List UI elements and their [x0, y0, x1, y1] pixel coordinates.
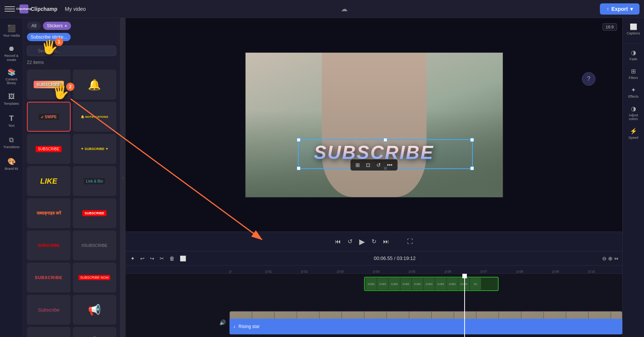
- rewind-button[interactable]: ↺: [348, 238, 352, 245]
- handle-top-mid[interactable]: [383, 138, 387, 142]
- sticker-thumb: SUBS: [435, 278, 446, 290]
- more-options-button[interactable]: •••: [385, 161, 394, 169]
- list-item[interactable]: ✦ SUBSCRIBE ✦: [73, 134, 117, 164]
- sidebar-item-text[interactable]: T Text: [1, 111, 22, 131]
- ruler-mark: 0:04: [373, 270, 409, 273]
- sidebar-item-captions[interactable]: ⬜ Captions: [624, 21, 643, 37]
- sidebar-item-content-library[interactable]: 📚 Content library: [1, 66, 22, 88]
- list-item[interactable]: 🔔 NOTIFICATIONS: [73, 102, 117, 132]
- question-mark-icon: ?: [587, 76, 591, 82]
- cloud-icon: ☁: [341, 5, 348, 13]
- list-item[interactable]: SUBSCRIBE: [27, 134, 71, 164]
- list-item[interactable]: 📢: [73, 295, 117, 325]
- skip-forward-button[interactable]: ⏭: [383, 238, 389, 245]
- sticker-thumb: SUBS: [366, 278, 377, 290]
- add-clip-tool[interactable]: ✦: [129, 254, 136, 263]
- timeline-area: ✦ ↩ ↪ ✂ 🗑 ⬜ 00:06.55 / 03:19:12 ⊖ ⊕ ⇔ 0 …: [126, 251, 622, 337]
- list-item[interactable]: SUBSCRIBE: [73, 198, 117, 228]
- sticker-thumb: SUBS: [423, 278, 435, 290]
- ruler-mark: 0:01: [265, 270, 301, 273]
- aspect-ratio-badge: 16:9: [603, 23, 617, 31]
- topbar: Clipchamp Clipchamp My video ☁ ↑ Export …: [0, 0, 644, 18]
- handle-top-right[interactable]: [470, 138, 474, 142]
- right-sidebar: ⬜ Captions ◑ Fade ⊞ Filters ✦ Effects ◑ …: [622, 18, 644, 337]
- list-item[interactable]: SUBSCRIBE: [27, 70, 71, 99]
- fullscreen-button[interactable]: ⛶: [407, 238, 413, 245]
- timeline-tracks: SUBS SUBS SUBS SUBS SUBS SUBS SUBS SUBS …: [126, 274, 622, 337]
- sidebar-item-adjust-colors[interactable]: ◑ Adjustcolors: [624, 103, 643, 123]
- help-button[interactable]: ?: [582, 72, 595, 86]
- sidebar-item-speed[interactable]: ⚡ Speed: [624, 125, 643, 142]
- sticker-thumb: SUBS: [400, 278, 412, 290]
- sidebar-item-your-media[interactable]: ⬛ Your media: [1, 21, 22, 41]
- text-icon: T: [9, 114, 13, 123]
- sticker-thumb: SUBS: [377, 278, 388, 290]
- export-chevron-icon: ▾: [630, 6, 633, 12]
- sidebar-item-templates[interactable]: 🖼 Templates: [1, 89, 22, 109]
- cut-button[interactable]: ✂: [158, 254, 165, 263]
- export-button[interactable]: ↑ Export ▾: [600, 3, 640, 15]
- list-item[interactable]: सब्सक्राइब करें: [27, 198, 71, 228]
- sticker-thumb: SUBS: [412, 278, 423, 290]
- resize-button[interactable]: ⊡: [364, 161, 372, 169]
- sidebar-item-effects[interactable]: ✦ Effects: [624, 84, 643, 101]
- zoom-in-button[interactable]: ⊕: [608, 255, 613, 261]
- logo-icon: Clipchamp: [19, 4, 28, 13]
- sidebar-item-brand-kit[interactable]: 🎨 Brand kit: [1, 154, 22, 174]
- forward-button[interactable]: ↻: [372, 238, 376, 245]
- ruler-mark: 0:08: [517, 270, 552, 273]
- menu-button[interactable]: [4, 4, 15, 14]
- list-item[interactable]: SUBSCRIBE: [27, 230, 71, 260]
- panel-collapse-handle[interactable]: ‹: [120, 18, 126, 337]
- handle-bottom-right[interactable]: [470, 166, 474, 170]
- handle-top-left[interactable]: [297, 138, 301, 142]
- video-frame: SUBSCRIBE ⊞ ⊡ ↺ •••: [245, 52, 503, 197]
- sidebar-item-record-create[interactable]: ⏺ Record &create: [1, 43, 22, 64]
- search-input[interactable]: [27, 46, 116, 56]
- skip-back-button[interactable]: ⏮: [335, 238, 341, 245]
- redo-button[interactable]: ↪: [149, 254, 155, 263]
- sidebar-divider: [625, 43, 642, 44]
- sidebar-item-transitions[interactable]: ⧉ Transitions: [1, 132, 22, 153]
- ruler-mark: 0:03: [337, 270, 373, 273]
- crop-button[interactable]: ⊞: [354, 161, 361, 169]
- delete-button[interactable]: 🗑: [168, 254, 176, 263]
- list-item[interactable]: Link & Bio: [73, 166, 117, 196]
- sticker-thumb: SUBS: [458, 278, 469, 290]
- list-item[interactable]: SUBSCRIBE: [27, 263, 71, 292]
- handle-bottom-left[interactable]: [297, 166, 301, 170]
- stickers-filter-tag[interactable]: Stickers ✕: [43, 22, 71, 30]
- sticker-clip[interactable]: SUBS SUBS SUBS SUBS SUBS SUBS SUBS SUBS …: [364, 277, 499, 291]
- subscribe-filter-tag[interactable]: Subscribe sticke...: [27, 33, 71, 41]
- sidebar-item-fade[interactable]: ◑ Fade: [624, 47, 643, 63]
- list-item[interactable]: SUBSCRIBE NOW: [73, 263, 117, 292]
- templates-icon: 🖼: [8, 93, 15, 101]
- record-clip-button[interactable]: ⬜: [179, 254, 187, 263]
- video-preview-area: 16:9 SUBSCRIBE: [126, 18, 622, 232]
- ruler-mark: 0:02: [301, 270, 337, 273]
- list-item[interactable]: LIKE: [27, 166, 71, 196]
- ruler-mark: 0: [229, 270, 265, 273]
- music-note-icon: ♪: [233, 324, 235, 329]
- filter-all-button[interactable]: All: [27, 22, 41, 30]
- sidebar-item-filters[interactable]: ⊞ Filters: [624, 65, 643, 82]
- list-item[interactable]: Subscribe: [27, 295, 71, 325]
- main-layout: ⬛ Your media ⏺ Record &create 📚 Content …: [0, 18, 644, 337]
- rotate-button[interactable]: ↺: [375, 161, 382, 169]
- ruler-mark: 0:09: [552, 270, 588, 273]
- ruler-mark: 0:06: [445, 270, 481, 273]
- filter-tag-close[interactable]: ✕: [64, 24, 67, 28]
- fit-timeline-button[interactable]: ⇔: [614, 255, 619, 261]
- video-title[interactable]: My video: [62, 4, 89, 13]
- list-item[interactable]: 🔈: [27, 327, 71, 337]
- list-item[interactable]: #SUBSCRIBE: [73, 230, 117, 260]
- play-button[interactable]: ▶: [359, 237, 365, 246]
- undo-button[interactable]: ↩: [139, 254, 146, 263]
- list-item[interactable]: 🧍 Don't forget to...: [73, 327, 117, 337]
- list-item[interactable]: ↙ SWIPE: [27, 102, 71, 132]
- zoom-out-button[interactable]: ⊖: [602, 255, 607, 261]
- audio-clip[interactable]: ♪ Rising star: [229, 319, 622, 334]
- list-item[interactable]: 🔔: [73, 70, 117, 99]
- ruler-mark: 0:10: [588, 270, 622, 273]
- ruler-mark: 0:07: [481, 270, 517, 273]
